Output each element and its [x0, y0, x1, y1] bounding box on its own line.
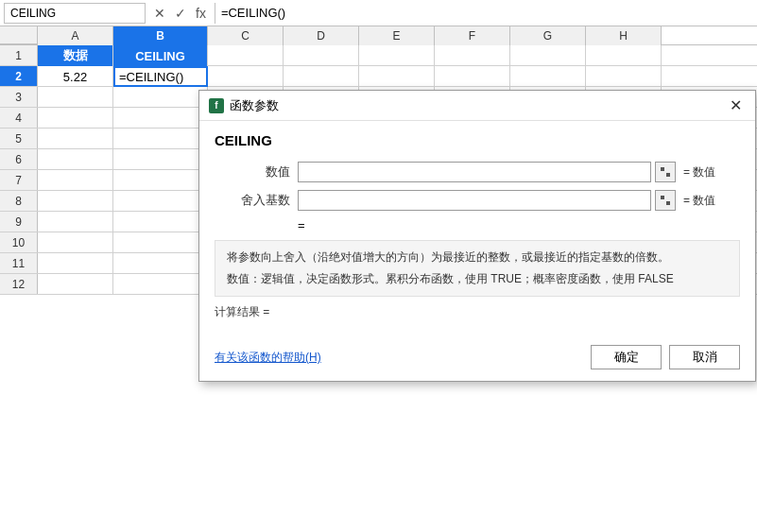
desc-main-text: 将参数向上舍入（沿绝对值增大的方向）为最接近的整数，或最接近的指定基数的倍数。	[227, 249, 728, 266]
dialog-title-icon: f	[209, 98, 224, 113]
param-input-value[interactable]	[298, 162, 651, 182]
cancel-button[interactable]: 取消	[669, 345, 740, 369]
svg-rect-2	[661, 196, 664, 199]
param-eq-value: = 数值	[683, 164, 740, 180]
param-eq-significance: = 数值	[683, 193, 740, 209]
dialog-titlebar: f 函数参数 ✕	[199, 91, 755, 121]
param-ref-btn-value[interactable]	[655, 162, 676, 182]
result-row: =	[215, 218, 740, 232]
dialog-footer: 有关该函数的帮助(H) 确定 取消	[199, 337, 755, 381]
dialog-body: CEILING 数值 = 数值 舍入基数	[199, 121, 755, 337]
calc-result-row: 计算结果 =	[215, 304, 740, 320]
svg-rect-0	[661, 167, 664, 171]
param-input-significance[interactable]	[298, 190, 651, 211]
desc-param-text: 数值：逻辑值，决定函数形式。累积分布函数，使用 TRUE；概率密度函数，使用 F…	[227, 270, 728, 288]
calc-result-label: 计算结果 =	[215, 304, 269, 320]
function-name: CEILING	[215, 132, 740, 148]
function-arguments-dialog: f 函数参数 ✕ CEILING 数值 = 数值 舍入基数	[198, 90, 756, 382]
dialog-title: f 函数参数	[209, 97, 279, 114]
dialog-title-text: 函数参数	[230, 97, 279, 114]
dialog-close-button[interactable]: ✕	[726, 96, 746, 114]
param-label-value: 数值	[215, 163, 290, 180]
description-area: 将参数向上舍入（沿绝对值增大的方向）为最接近的整数，或最接近的指定基数的倍数。 …	[215, 240, 740, 297]
confirm-button[interactable]: 确定	[591, 345, 662, 369]
dialog-overlay: f 函数参数 ✕ CEILING 数值 = 数值 舍入基数	[0, 0, 757, 532]
param-ref-btn-significance[interactable]	[655, 190, 676, 211]
param-row-value: 数值 = 数值	[215, 162, 740, 182]
param-input-wrap-significance	[298, 190, 676, 211]
param-row-significance: 舍入基数 = 数值	[215, 190, 740, 211]
svg-rect-1	[666, 173, 670, 177]
dialog-buttons: 确定 取消	[591, 345, 740, 369]
result-eq: =	[298, 218, 305, 232]
param-label-significance: 舍入基数	[215, 192, 290, 209]
param-input-wrap-value	[298, 162, 676, 182]
svg-rect-3	[666, 201, 670, 205]
help-link[interactable]: 有关该函数的帮助(H)	[215, 350, 321, 366]
